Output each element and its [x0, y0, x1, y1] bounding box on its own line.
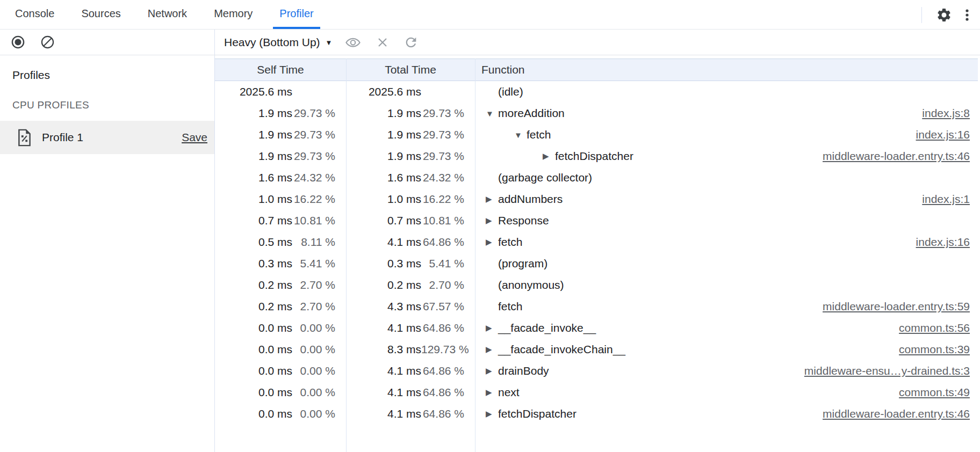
source-link[interactable]: index.js:16 [916, 236, 980, 249]
total-time-pct: 29.73 % [421, 107, 475, 120]
total-time-cell: 0.7 ms10.81 % [346, 210, 475, 231]
close-x-icon[interactable] [374, 34, 391, 51]
devtools-window: Console Sources Network Memory Profiler [0, 0, 980, 452]
self-time-cell: 0.3 ms5.41 % [215, 253, 346, 274]
source-link[interactable]: common.ts:56 [899, 322, 980, 334]
profile-table-row[interactable]: 0.0 ms0.00 %4.1 ms64.86 %▶nextcommon.ts:… [215, 382, 980, 403]
self-time-cell: 0.5 ms8.11 % [215, 231, 346, 253]
column-header-function[interactable]: Function [475, 63, 978, 76]
eye-icon[interactable] [343, 33, 363, 52]
kebab-menu-icon[interactable] [960, 6, 975, 24]
clear-icon[interactable] [39, 33, 56, 51]
function-cell: ▶__facade_invokeChain__common.ts:39 [475, 339, 980, 360]
source-link[interactable]: middleware-ensu…y-drained.ts:3 [804, 364, 980, 377]
self-time-pct: 2.70 % [292, 300, 346, 313]
record-icon[interactable] [9, 33, 27, 51]
view-mode-dropdown[interactable]: Heavy (Bottom Up) ▼ [224, 36, 332, 49]
tabbar-actions [921, 0, 975, 30]
self-time-cell: 2025.6 ms [215, 81, 346, 103]
source-link[interactable]: index.js:8 [922, 107, 980, 120]
function-name: __facade_invoke__ [498, 322, 596, 334]
profile-table-row[interactable]: 0.0 ms0.00 %4.1 ms64.86 %▶drainBodymiddl… [215, 360, 980, 382]
profile-table-row[interactable]: 0.0 ms0.00 %8.3 ms129.73 %▶__facade_invo… [215, 339, 980, 360]
profile-table-row[interactable]: 1.9 ms29.73 %1.9 ms29.73 %▶fetchDispatch… [215, 145, 980, 167]
cpu-profiles-heading: CPU PROFILES [12, 99, 214, 111]
profile-table-row[interactable]: 1.9 ms29.73 %1.9 ms29.73 %▼fetchindex.js… [215, 124, 980, 145]
total-time-cell: 0.3 ms5.41 % [346, 253, 475, 274]
function-name: fetchDispatcher [555, 150, 633, 163]
self-time-pct: 29.73 % [292, 107, 346, 120]
total-time-pct: 64.86 % [421, 386, 475, 399]
column-header-self-time[interactable]: Self Time [215, 63, 346, 76]
profile-table-row[interactable]: 2025.6 ms2025.6 ms(idle) [215, 81, 980, 103]
self-time-pct: 0.00 % [292, 343, 346, 356]
self-time-cell: 0.2 ms2.70 % [215, 274, 346, 296]
self-time-ms: 0.2 ms [215, 300, 292, 313]
profile-table-row[interactable]: 0.0 ms0.00 %4.1 ms64.86 %▶fetchDispatche… [215, 403, 980, 425]
profile-table-row[interactable]: 1.6 ms24.32 %1.6 ms24.32 %(garbage colle… [215, 167, 980, 188]
source-link[interactable]: common.ts:49 [899, 386, 980, 399]
total-time-cell: 4.1 ms64.86 % [346, 382, 475, 403]
expand-right-arrow-icon[interactable]: ▶ [486, 237, 498, 247]
tab-bar: Console Sources Network Memory Profiler [0, 0, 980, 30]
self-time-ms: 0.0 ms [215, 407, 292, 420]
total-time-cell: 1.9 ms29.73 % [346, 124, 475, 145]
total-time-ms: 0.2 ms [346, 279, 421, 291]
expand-right-arrow-icon[interactable]: ▶ [486, 388, 498, 397]
tab-strip: Console Sources Network Memory Profiler [0, 0, 320, 29]
self-time-ms: 1.9 ms [215, 128, 292, 141]
expand-right-arrow-icon[interactable]: ▶ [486, 345, 498, 354]
total-time-cell: 2025.6 ms [346, 81, 475, 103]
expand-right-arrow-icon[interactable]: ▶ [543, 151, 555, 161]
total-time-ms: 4.1 ms [346, 386, 421, 399]
function-name: fetchDispatcher [498, 407, 577, 420]
total-time-pct: 64.86 % [421, 322, 475, 334]
profile-table-row[interactable]: 0.2 ms2.70 %0.2 ms2.70 %(anonymous) [215, 274, 980, 296]
gear-icon[interactable] [935, 6, 953, 24]
tab-console[interactable]: Console [9, 0, 61, 29]
total-time-cell: 1.9 ms29.73 % [346, 103, 475, 124]
function-name: drainBody [498, 364, 549, 377]
profile-table-row[interactable]: 0.5 ms8.11 %4.1 ms64.86 %▶fetchindex.js:… [215, 231, 980, 253]
self-time-cell: 0.0 ms0.00 % [215, 403, 346, 425]
function-cell: ▶drainBodymiddleware-ensu…y-drained.ts:3 [475, 360, 980, 382]
save-link[interactable]: Save [182, 131, 207, 144]
refresh-icon[interactable] [402, 34, 420, 51]
source-link[interactable]: common.ts:39 [899, 343, 980, 356]
function-name: (idle) [498, 85, 523, 98]
expand-down-arrow-icon[interactable]: ▼ [486, 109, 498, 118]
expand-right-arrow-icon[interactable]: ▶ [486, 323, 498, 333]
expand-right-arrow-icon[interactable]: ▶ [486, 216, 498, 225]
self-time-ms: 1.9 ms [215, 150, 292, 163]
tab-memory[interactable]: Memory [207, 0, 259, 29]
tab-sources[interactable]: Sources [75, 0, 127, 29]
profile-table-row[interactable]: 1.0 ms16.22 %1.0 ms16.22 %▶addNumbersind… [215, 188, 980, 210]
function-cell: ▼fetchindex.js:16 [475, 124, 980, 145]
total-time-pct: 10.81 % [421, 214, 475, 227]
self-time-pct: 29.73 % [292, 128, 346, 141]
expand-right-arrow-icon[interactable]: ▶ [486, 366, 498, 376]
total-time-cell: 4.1 ms64.86 % [346, 403, 475, 425]
expand-right-arrow-icon[interactable]: ▶ [486, 409, 498, 419]
sidebar-item-profile-1[interactable]: Profile 1 Save [0, 121, 214, 154]
source-link[interactable]: middleware-loader.entry.ts:46 [823, 150, 980, 163]
profile-table-row[interactable]: 0.7 ms10.81 %0.7 ms10.81 %▶Response [215, 210, 980, 231]
column-header-total-time[interactable]: Total Time [346, 63, 475, 76]
expand-down-arrow-icon[interactable]: ▼ [514, 130, 527, 140]
source-link[interactable]: index.js:16 [916, 128, 980, 141]
profiler-content: Profiles CPU PROFILES Profile 1 Save Sel… [0, 55, 980, 452]
tab-profiler[interactable]: Profiler [273, 0, 320, 29]
source-link[interactable]: middleware-loader.entry.ts:59 [823, 300, 980, 313]
total-time-ms: 4.1 ms [346, 236, 421, 249]
profile-table-row[interactable]: 0.2 ms2.70 %4.3 ms67.57 %fetchmiddleware… [215, 296, 980, 317]
source-link[interactable]: middleware-loader.entry.ts:46 [823, 407, 980, 420]
total-time-ms: 4.3 ms [346, 300, 421, 313]
profile-table-row[interactable]: 0.0 ms0.00 %4.1 ms64.86 %▶__facade_invok… [215, 317, 980, 339]
self-time-cell: 0.0 ms0.00 % [215, 382, 346, 403]
expand-right-arrow-icon[interactable]: ▶ [486, 194, 498, 204]
tab-network[interactable]: Network [141, 0, 193, 29]
source-link[interactable]: index.js:1 [922, 193, 980, 206]
profile-table-row[interactable]: 0.3 ms5.41 %0.3 ms5.41 %(program) [215, 253, 980, 274]
profiles-heading: Profiles [12, 69, 214, 82]
profile-table-row[interactable]: 1.9 ms29.73 %1.9 ms29.73 %▼moreAdditioni… [215, 103, 980, 124]
